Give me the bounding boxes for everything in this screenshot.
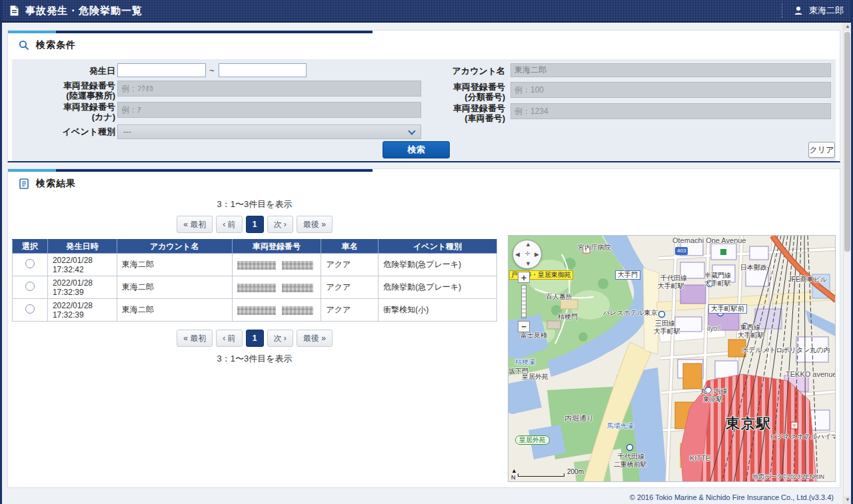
column-header: イベント種別 xyxy=(379,240,497,254)
map-label: KITTE xyxy=(690,454,710,462)
cell-plate-redacted xyxy=(232,276,321,299)
cell-datetime: 2022/01/2817:32:39 xyxy=(47,276,117,299)
map-label: 東西線 xyxy=(740,324,760,332)
map-label: 東京駅 xyxy=(726,419,772,427)
row-select-radio[interactable] xyxy=(25,259,35,268)
results-table-body: 2022/01/2817:32:42 東海二郎 アクア 危険挙動(急ブレーキ) … xyxy=(13,254,497,322)
column-header: 選択 xyxy=(13,240,48,254)
event-type-label: イベント種別 xyxy=(12,126,115,136)
page-title: 事故発生・危険挙動一覧 xyxy=(25,5,143,17)
result-count-text: 3：1〜3件目を表示 xyxy=(12,353,497,365)
scrollbar-thumb[interactable] xyxy=(844,32,850,252)
map-label: ホテルメトロポリタン丸の内 xyxy=(742,346,830,354)
page-prev-button[interactable]: ‹ 前 xyxy=(216,216,242,233)
map-zoom-out-button[interactable]: − xyxy=(518,321,530,332)
page-next-button[interactable]: 次 › xyxy=(267,216,293,233)
map-label: 日本郵政 xyxy=(740,264,767,272)
account-input xyxy=(510,63,831,77)
vertical-scrollbar[interactable]: ▲ ▼ xyxy=(843,23,851,504)
results-table: 選択発生日時アカウント名車両登録番号車名イベント種別 2022/01/2817:… xyxy=(12,239,497,322)
table-row: 2022/01/2817:32:39 東海二郎 アクア 衝撃検知(小) xyxy=(13,299,497,322)
page-last-button[interactable]: 最後 » xyxy=(297,216,333,233)
map-label: iiyo!! xyxy=(707,325,721,333)
page-current-button[interactable]: 1 xyxy=(246,216,264,233)
map-label: 大手門 xyxy=(615,270,640,280)
search-results-section: 検索結果 3：1〜3件目を表示 « 最初 ‹ 前 1 次 › 最後 » 選択発生… xyxy=(7,168,840,488)
map-label: 宮内庁病院 xyxy=(578,244,611,252)
cell-account: 東海二郎 xyxy=(117,276,232,299)
account-label: アカウント名 xyxy=(399,66,505,76)
pagination-bottom: « 最初 ‹ 前 1 次 › 最後 » xyxy=(12,330,497,347)
map-label: 千代田線 xyxy=(660,274,687,282)
column-header: 発生日時 xyxy=(47,240,117,254)
page-prev-button[interactable]: ‹ 前 xyxy=(216,330,242,347)
kana-label: 車両登録番号(カナ) xyxy=(12,102,115,122)
vehicle-number-input xyxy=(510,103,831,119)
page-current-button[interactable]: 1 xyxy=(246,330,264,347)
map-label: JFE商事ビル xyxy=(788,276,827,284)
table-row: 2022/01/2817:32:42 東海二郎 アクア 危険挙動(急ブレーキ) xyxy=(13,254,497,276)
map-pan-control[interactable]: ▲ ▼ ◀ ▶ ✛ xyxy=(512,240,542,269)
map-label: 200m xyxy=(567,468,584,476)
pan-down-icon[interactable]: ▼ xyxy=(525,260,531,267)
map-zoom-slider[interactable] xyxy=(521,285,526,318)
column-header: アカウント名 xyxy=(117,240,232,254)
page-first-button[interactable]: « 最初 xyxy=(177,216,213,233)
row-select-radio[interactable] xyxy=(25,304,35,314)
pan-center-icon[interactable]: ✛ xyxy=(525,250,530,257)
map-label: 富士見櫓 xyxy=(520,332,547,340)
map-label: 大手町駅 xyxy=(704,280,731,288)
vehicle-number-label: 車両登録番号(車両番号) xyxy=(399,103,505,123)
pan-up-icon[interactable]: ▲ xyxy=(525,241,531,248)
page-next-button[interactable]: 次 › xyxy=(267,330,293,347)
list-document-icon xyxy=(19,178,29,189)
map-labels: Otemachi One Avenue403宮内庁病院日本郵政半蔵門線大手町駅千… xyxy=(508,236,836,482)
kana-input xyxy=(117,102,421,118)
table-row: 2022/01/2817:32:39 東海二郎 アクア 危険挙動(急ブレーキ) xyxy=(13,276,497,299)
pan-left-icon[interactable]: ◀ xyxy=(515,251,520,258)
map-label: パレスホテル東京 xyxy=(603,309,657,317)
search-button[interactable]: 検索 xyxy=(383,141,450,158)
map-scale-bar xyxy=(518,473,564,477)
map-label: ビジネスホテルハイマ xyxy=(770,433,836,441)
reg-office-input xyxy=(117,81,421,97)
cell-datetime: 2022/01/2817:32:42 xyxy=(47,254,117,276)
pagination-top: « 最初 ‹ 前 1 次 › 最後 » xyxy=(12,216,497,233)
north-arrow-icon: ▲N xyxy=(511,467,517,481)
event-type-select[interactable]: --- xyxy=(117,125,421,139)
cell-datetime: 2022/01/2817:32:39 xyxy=(47,299,117,322)
date-label: 発生日 xyxy=(12,66,115,76)
cell-account: 東海二郎 xyxy=(117,254,232,276)
search-conditions-section: 検索条件 発生日 ~ アカウント名 車両登録番号(陸運事務所) 車両登録番号(分… xyxy=(7,30,840,162)
map-zoom-in-button[interactable]: ＋ xyxy=(518,272,530,283)
cell-event: 衝撃検知(小) xyxy=(379,299,497,322)
map-label: 丸ノ内線 xyxy=(700,387,727,395)
map-label: 内堀通り xyxy=(564,414,594,422)
class-number-input xyxy=(510,82,831,98)
clear-button[interactable]: クリア xyxy=(808,142,835,158)
map-label: 桔梗濠 xyxy=(515,358,535,366)
date-from-input[interactable] xyxy=(117,63,206,77)
reg-office-label: 車両登録番号(陸運事務所) xyxy=(12,81,115,101)
map-label: 大手町駅 xyxy=(654,328,680,336)
document-icon xyxy=(9,5,19,17)
scrollbar-up-arrow[interactable]: ▲ xyxy=(844,23,852,31)
cell-account: 東海二郎 xyxy=(117,299,232,322)
map-canvas[interactable]: 〒 + Otemachi One Avenue403宮内庁病院日本郵政半蔵門線大… xyxy=(508,235,836,482)
scrollbar-down-arrow[interactable]: ▼ xyxy=(844,496,852,504)
date-to-input[interactable] xyxy=(219,63,307,77)
date-separator: ~ xyxy=(209,65,215,75)
map-label: 桔梗門 xyxy=(558,313,578,321)
footer-copyright: © 2016 Tokio Marine & Nichido Fire Insur… xyxy=(630,493,834,501)
user-icon xyxy=(793,5,804,16)
page-last-button[interactable]: 最後 » xyxy=(297,330,333,347)
user-name: 東海二郎 xyxy=(809,5,844,17)
user-menu[interactable]: 東海二郎 xyxy=(782,3,844,18)
pan-right-icon[interactable]: ▶ xyxy=(534,251,539,258)
map-label: 皇居外苑 xyxy=(522,373,548,381)
page-first-button[interactable]: « 最初 xyxy=(177,330,213,347)
map-label: 大手町駅 xyxy=(658,282,684,290)
row-select-radio[interactable] xyxy=(25,282,35,291)
cell-car: アクア xyxy=(321,254,379,276)
cell-event: 危険挙動(急ブレーキ) xyxy=(379,254,497,276)
